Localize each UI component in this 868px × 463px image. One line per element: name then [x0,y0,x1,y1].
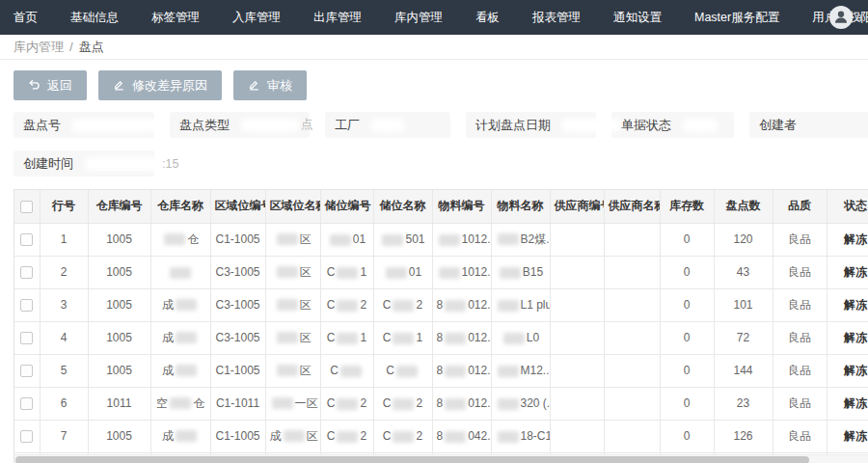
cell-6-9: 320 (... [491,387,550,420]
field-1-5: 单据状态 [611,112,734,138]
user-avatar[interactable] [829,6,853,29]
row-checkbox[interactable] [20,365,33,377]
cell-2-15: 解冻 [827,256,868,288]
field-value [681,119,719,132]
col-header-11: 供应商名称 [604,190,660,223]
table-row: 71005成C1-1005成区C2C28042...18-C100126良品解冻 [14,420,868,452]
cell-1-2: 1005 [88,223,150,256]
cell-1-1: 1 [40,223,88,256]
row-checkbox[interactable] [20,332,33,344]
field-1-6: 创建者 [749,112,868,138]
breadcrumb-parent[interactable]: 库内管理 [14,39,64,56]
cell-4-2: 1005 [88,321,150,354]
cell-1-5: 区 [265,223,320,256]
table-row: 51005成C1-1005区CC8012...M12...0144良品解冻 [14,354,868,387]
modify-diff-reason-label: 修改差异原因 [132,77,207,95]
redacted-value [277,266,298,278]
modify-diff-reason-button[interactable]: 修改差异原因 [98,70,222,100]
cell-5-10 [550,354,604,387]
cell-4-11 [604,321,660,354]
user-menu[interactable]: a [829,0,862,35]
redacted-value [164,233,185,245]
cell-6-11 [604,387,660,420]
field-value [560,119,622,132]
cell-7-14: 良品 [773,420,827,452]
cell-7-1: 7 [40,420,88,452]
col-header-15: 状态 [827,190,868,223]
field-1-3: 工厂 [325,112,450,138]
cell-1-11 [604,223,660,256]
redacted-value [562,119,620,132]
nav-item-2[interactable]: 基础信息 [70,10,119,26]
field-label: 工厂 [335,117,360,134]
col-header-1: 行号 [40,190,88,223]
nav-item-9[interactable]: 通知设置 [613,10,662,26]
nav-item-7[interactable]: 看板 [475,10,500,26]
audit-button[interactable]: 审核 [233,70,307,100]
nav-item-3[interactable]: 标签管理 [151,10,200,26]
horizontal-scrollbar[interactable] [14,454,868,463]
cell-3-14: 良品 [773,288,827,321]
audit-button-label: 审核 [267,77,292,95]
cell-1-10 [550,223,604,256]
cell-7-9: 18-C10 [491,420,550,452]
row-checkbox[interactable] [20,233,33,246]
cell-5-7: C [373,354,432,387]
cell-7-4: C1-1005 [210,420,265,452]
row-checkbox[interactable] [20,430,33,443]
back-button[interactable]: 返回 [14,70,87,100]
redacted-value [241,119,299,132]
cell-3-9: L1 plus [491,288,550,321]
table-row: 61011空仓C1-1011一区C2C28012...320 (...023良品… [14,387,868,420]
cell-5-12: 0 [660,354,714,387]
row-checkbox[interactable] [20,299,33,312]
redacted-value [445,431,466,443]
cell-7-10 [550,420,604,452]
nav-item-10[interactable]: Master服务配置 [694,10,779,26]
cell-4-9: L0 [491,321,550,354]
cell-3-2: 1005 [88,288,150,321]
cell-4-4: C3-1005 [210,321,265,354]
col-header-7: 储位名称 [373,190,432,223]
toolbar: 返回 修改差异原因 审核 [0,60,868,110]
nav-item-6[interactable]: 库内管理 [394,10,443,26]
nav-item-1[interactable]: 首页 [14,10,38,26]
nav-item-8[interactable]: 报表管理 [532,10,581,26]
nav-item-4[interactable]: 入库管理 [232,10,281,26]
cell-3-11 [604,288,660,321]
cell-2-10 [550,256,604,288]
redacted-value [498,300,519,312]
cell-3-3: 成 [150,288,210,321]
cell-6-7: C2 [373,387,432,420]
cell-4-8: 8012... [432,321,491,354]
redacted-value [498,398,519,410]
col-header-8: 物料编号 [432,190,491,223]
cell-7-3: 成 [150,420,210,452]
redacted-value [393,431,414,443]
cell-5-2: 1005 [88,354,150,387]
row-checkbox[interactable] [20,397,33,410]
redacted-value [337,300,358,312]
back-button-label: 返回 [47,77,72,95]
scrollbar-thumb[interactable] [15,456,809,463]
cell-4-13: 72 [714,321,773,354]
row-checkbox[interactable] [20,266,33,279]
cell-3-13: 101 [714,288,773,321]
field-value: :15 [83,157,178,171]
cell-7-15: 解冻 [827,420,868,452]
redacted-value [170,267,191,279]
cell-7-8: 8042... [432,420,491,452]
redacted-value [277,233,298,245]
col-header-12: 库存数 [660,190,714,223]
nav-item-5[interactable]: 出库管理 [313,10,362,26]
redacted-value [176,299,197,311]
select-all-checkbox[interactable] [20,201,33,213]
table-header-row: 行号仓库编号仓库名称区域位编号区域位名称储位编号储位名称物料编号物料名称供应商编… [14,190,868,223]
cell-3-8: 8012... [432,288,491,321]
cell-4-1: 4 [40,321,88,354]
cell-6-10 [550,387,604,420]
col-header-9: 物料名称 [491,190,550,223]
redacted-value [445,398,466,410]
cell-1-3: 仓 [150,223,210,256]
field-label: 创建时间 [23,155,73,173]
